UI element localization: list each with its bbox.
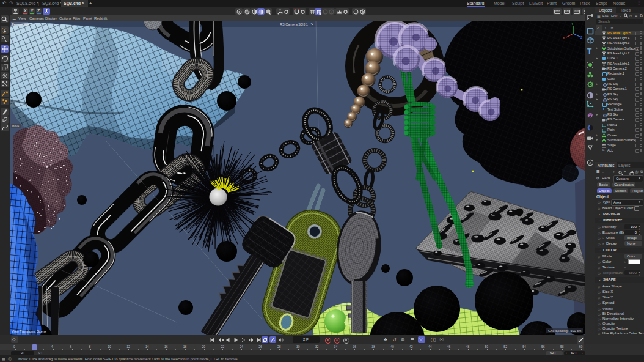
svg-text:Move: Move	[12, 124, 19, 128]
svg-text:View Transform: Scene: View Transform: Scene	[12, 330, 46, 333]
svg-text:Z: Z	[580, 35, 582, 39]
svg-text:RS Camera SQ3 1: RS Camera SQ3 1	[280, 23, 308, 26]
svg-text:Grid Spacing : 500 cm: Grid Spacing : 500 cm	[548, 329, 582, 333]
svg-text:Perspective: Perspective	[12, 23, 29, 26]
svg-text:↷: ↷	[310, 23, 313, 26]
